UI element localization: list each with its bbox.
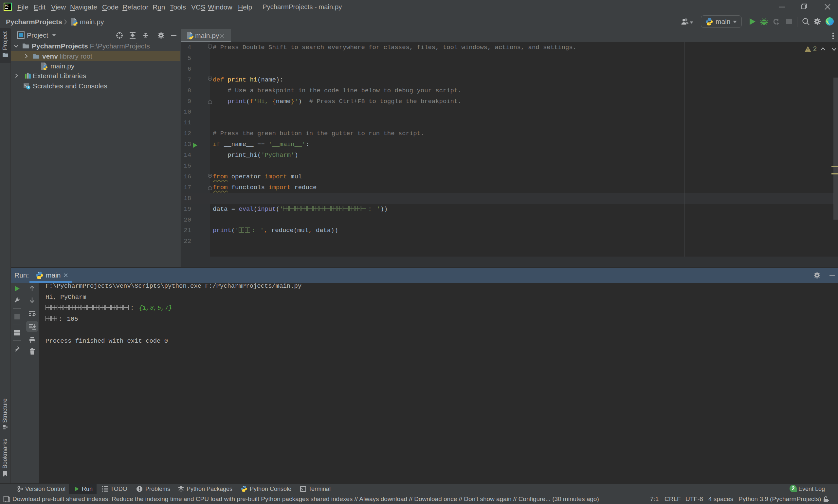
svg-text:PC: PC <box>5 4 9 7</box>
